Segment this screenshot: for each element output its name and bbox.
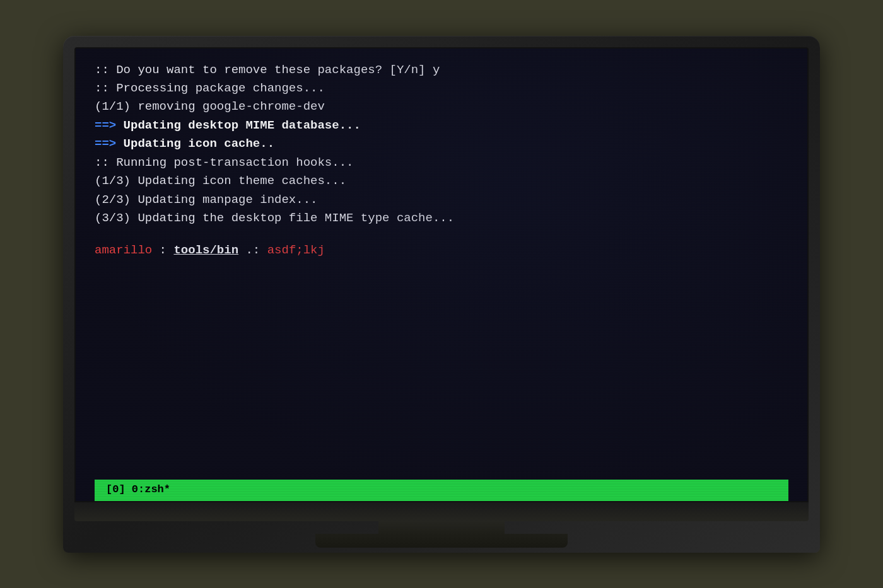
prompt-username: amarillo	[95, 241, 152, 260]
line3-text: (1/1) removing google-chrome-dev	[95, 98, 325, 116]
terminal-line-3: (1/1) removing google-chrome-dev	[95, 98, 788, 116]
terminal-line-2: :: Processing package changes...	[95, 79, 788, 98]
monitor-stand-neck	[74, 502, 809, 521]
line9-text: (3/3) Updating the desktop file MIME typ…	[95, 209, 454, 228]
line2-prefix: ::	[95, 79, 116, 98]
line4-arrow: ==>	[95, 117, 124, 135]
monitor-base-area	[74, 521, 809, 553]
terminal-line-8: (2/3) Updating manpage index...	[95, 191, 788, 209]
line8-text: (2/3) Updating manpage index...	[95, 191, 317, 209]
tmux-window-label: [0] 0:zsh*	[101, 480, 175, 499]
line5-arrow: ==>	[95, 135, 124, 153]
terminal-line-6: :: Running post-transaction hooks...	[95, 154, 788, 172]
terminal-content: :: Do you want to remove these packages?…	[95, 61, 788, 480]
terminal-screen[interactable]: :: Do you want to remove these packages?…	[76, 49, 807, 501]
line1-prefix: ::	[95, 61, 116, 79]
stand-base	[315, 534, 568, 548]
prompt-command: asdf;lkj	[267, 241, 325, 260]
terminal-line-7: (1/3) Updating icon theme caches...	[95, 172, 788, 190]
prompt-directory: tools/bin	[173, 241, 238, 260]
prompt-sep2: .:	[238, 241, 267, 260]
prompt-sep1: :	[152, 241, 173, 260]
line1-text: Do you want to remove these packages? [Y…	[116, 61, 440, 79]
monitor-bezel: :: Do you want to remove these packages?…	[74, 47, 809, 502]
terminal-line-9: (3/3) Updating the desktop file MIME typ…	[95, 209, 788, 228]
line6-text: Running post-transaction hooks...	[116, 154, 353, 172]
line5-text: Updating icon cache..	[124, 135, 274, 153]
terminal-line-5: ==> Updating icon cache..	[95, 135, 788, 153]
tmux-status-bar: [0] 0:zsh*	[95, 480, 788, 501]
terminal-line-4: ==> Updating desktop MIME database...	[95, 117, 788, 135]
terminal-prompt[interactable]: amarillo : tools/bin .: asdf;lkj	[95, 241, 788, 260]
monitor: :: Do you want to remove these packages?…	[63, 36, 820, 553]
stand-neck	[378, 521, 505, 534]
line2-text: Processing package changes...	[116, 79, 325, 98]
line6-prefix: ::	[95, 154, 116, 172]
terminal-line-1: :: Do you want to remove these packages?…	[95, 61, 788, 79]
line4-text: Updating desktop MIME database...	[124, 117, 361, 135]
line7-text: (1/3) Updating icon theme caches...	[95, 172, 346, 190]
